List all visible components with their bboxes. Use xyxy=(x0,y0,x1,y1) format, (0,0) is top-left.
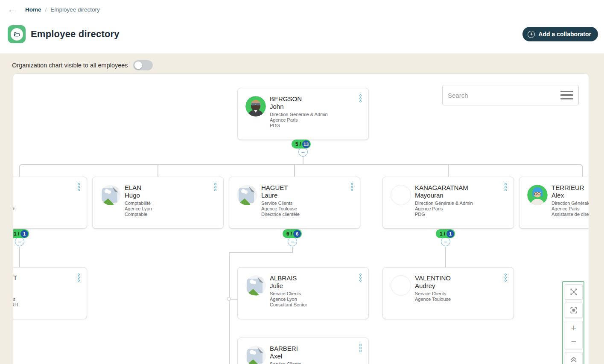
connector-elbow-horizontal xyxy=(229,252,293,253)
zoom-group: + − xyxy=(565,321,583,349)
card-menu-icon[interactable] xyxy=(78,183,80,191)
children-count-badge: 6 / 6 xyxy=(283,229,302,238)
employee-card-kanagaratnam[interactable]: KANAGARATNAM Mayouran Direction Générale… xyxy=(382,177,514,229)
avatar xyxy=(527,185,548,205)
card-menu-icon[interactable] xyxy=(359,274,362,282)
connector-node xyxy=(227,297,231,301)
avatar-empty xyxy=(391,275,411,296)
connector-drop xyxy=(158,165,158,177)
avatar-empty xyxy=(391,185,411,205)
employee-card-barberi[interactable]: BARBERI Axel Service Clients xyxy=(237,338,369,364)
toggle-knob xyxy=(134,61,142,69)
connector-trunk-vertical xyxy=(229,252,230,364)
employee-agency: Agence Paris xyxy=(270,117,354,123)
connector-drop xyxy=(445,247,446,267)
back-arrow-icon[interactable]: ← xyxy=(8,6,16,14)
employee-first-name: John xyxy=(270,103,354,111)
card-menu-icon[interactable] xyxy=(214,183,216,191)
page-title: Employee directory xyxy=(31,29,120,40)
org-chart-panel: BERGSON John Direction Générale & Admin … xyxy=(13,73,589,364)
connector-arch xyxy=(19,164,583,177)
add-collaborator-button[interactable]: + Add a collaborator xyxy=(522,27,598,41)
card-menu-icon[interactable] xyxy=(351,183,353,191)
avatar-placeholder xyxy=(100,185,121,205)
avatar-placeholder xyxy=(237,185,257,205)
card-menu-icon[interactable] xyxy=(359,344,362,352)
connector-drop xyxy=(19,247,20,267)
zoom-in-button[interactable]: + xyxy=(565,321,582,335)
employee-card-terrieur[interactable]: TERRIEUR Alex Direction Générale Agence … xyxy=(519,177,589,229)
collapse-button[interactable]: − xyxy=(288,237,297,246)
children-count-badge: 1 / 1 xyxy=(13,229,29,238)
children-count-badge: 5 / 13 xyxy=(292,140,311,149)
double-chevron-up-icon xyxy=(569,355,578,364)
card-menu-icon[interactable] xyxy=(505,274,507,282)
fullscreen-button[interactable] xyxy=(565,284,583,300)
avatar-placeholder xyxy=(245,275,266,296)
clipped-text-fragment: is xyxy=(13,205,15,210)
plus-circle-icon: + xyxy=(528,31,535,38)
directory-icon xyxy=(8,25,26,43)
card-menu-icon[interactable] xyxy=(78,274,80,282)
breadcrumb-separator: / xyxy=(45,6,47,13)
employee-card-partial-left[interactable]: is xyxy=(13,177,87,229)
employee-card-valentino[interactable]: VALENTINO Audrey Service Clients Agence … xyxy=(382,267,514,319)
menu-icon[interactable] xyxy=(560,91,573,100)
folder-icon xyxy=(13,31,20,38)
title-row: Employee directory xyxy=(8,25,120,43)
employee-card-albrais[interactable]: ALBRAIS Julie Service Clients Agence Lyo… xyxy=(237,267,369,319)
page-header: ← Home / Employee directory Employee dir… xyxy=(0,0,604,53)
connector-drop xyxy=(294,165,295,177)
breadcrumb-home-link[interactable]: Home xyxy=(25,6,41,13)
center-view-button[interactable] xyxy=(565,303,583,318)
employee-card-elan[interactable]: ELAN Hugo Comptabilité Agence Lyon Compt… xyxy=(92,177,224,229)
collapse-all-button[interactable] xyxy=(565,352,583,364)
chart-zoom-controls: + − xyxy=(562,281,584,364)
zoom-out-button[interactable]: − xyxy=(565,335,582,349)
collapse-button[interactable]: − xyxy=(441,237,450,246)
clipped-text-fragment: is xyxy=(13,297,15,302)
employee-card-haguet[interactable]: HAGUET Laure Service Clients Agence Toul… xyxy=(229,177,360,229)
visibility-toggle[interactable] xyxy=(133,60,153,70)
employee-role: PDG xyxy=(270,123,354,128)
breadcrumb: ← Home / Employee directory xyxy=(8,6,100,14)
avatar-placeholder xyxy=(245,346,266,364)
employee-card-partial-left-2[interactable]: T is RH xyxy=(13,267,87,319)
add-collaborator-label: Add a collaborator xyxy=(538,31,591,38)
employee-card-bergson[interactable]: BERGSON John Direction Générale & Admin … xyxy=(237,88,369,140)
chart-search xyxy=(442,85,579,105)
fullscreen-icon xyxy=(569,288,578,296)
clipped-text-fragment: RH xyxy=(13,302,18,307)
visibility-setting: Organization chart visible to all employ… xyxy=(12,60,153,70)
breadcrumb-current: Employee directory xyxy=(50,6,100,13)
center-view-icon xyxy=(569,306,578,314)
search-input[interactable] xyxy=(448,92,560,99)
collapse-button[interactable]: − xyxy=(298,147,308,157)
visibility-label: Organization chart visible to all employ… xyxy=(12,62,128,69)
connector-drop xyxy=(448,165,449,177)
children-count-badge: 1 / 1 xyxy=(436,229,455,238)
card-menu-icon[interactable] xyxy=(505,183,507,191)
collapse-button[interactable]: − xyxy=(15,237,24,246)
employee-department: Direction Générale & Admin xyxy=(270,112,354,117)
avatar xyxy=(245,96,266,116)
employee-last-name: BERGSON xyxy=(270,95,354,103)
card-menu-icon[interactable] xyxy=(359,94,362,102)
clipped-text-fragment: T xyxy=(13,274,17,281)
